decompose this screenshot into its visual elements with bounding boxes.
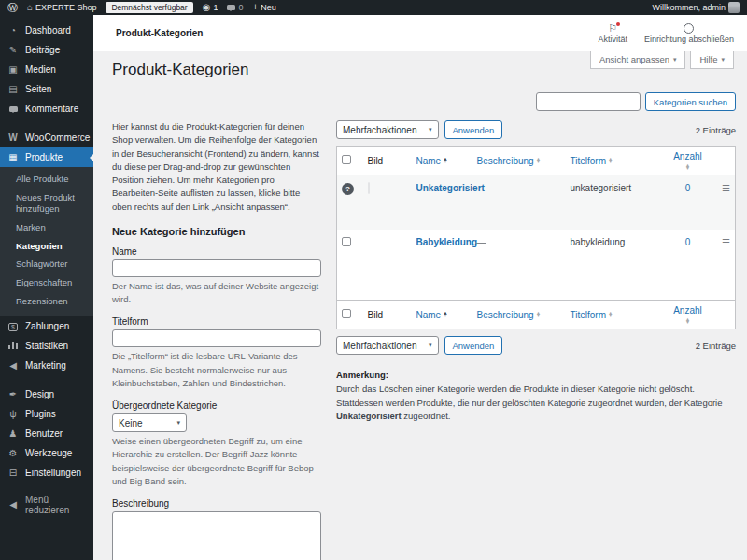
- woocommerce-icon: W: [7, 133, 19, 143]
- bulk-actions-select[interactable]: Mehrfachaktionen ▾: [336, 120, 439, 139]
- coming-soon-badge[interactable]: Demnächst verfügbar: [106, 2, 192, 13]
- category-name-link[interactable]: Babykleidung: [416, 237, 478, 247]
- plug-icon: ψ: [7, 410, 19, 419]
- table-row-unkategorisiert: ? Unkategorisiert — unkategorisiert 0 ☰: [337, 175, 736, 230]
- payments-icon: $: [7, 322, 19, 331]
- search-categories-button[interactable]: Kategorien suchen: [645, 92, 736, 111]
- screen-options-tab[interactable]: Ansicht anpassen ▾: [590, 51, 686, 69]
- parent-category-select[interactable]: Keine ▾: [112, 413, 187, 432]
- sort-by-count[interactable]: Anzahl▲▼: [668, 305, 709, 324]
- submenu-neues-produkt[interactable]: Neues Produkt hinzufügen: [0, 189, 93, 218]
- sidebar-label: Beiträge: [25, 45, 60, 55]
- sidebar-item-seiten[interactable]: ▤ Seiten: [0, 79, 93, 99]
- categories-table: Bild Name▲▼ Beschreibung▲▼ Titelform▲▼ A…: [336, 146, 736, 329]
- intro-text: Hier kannst du die Produkt-Kategorien fü…: [112, 120, 321, 214]
- apply-button[interactable]: Anwenden: [444, 336, 503, 355]
- search-input[interactable]: [536, 92, 641, 111]
- parent-category-label: Übergeordnete Kategorie: [112, 400, 321, 411]
- submenu-eigenschaften[interactable]: Eigenschaften: [0, 273, 93, 292]
- collapse-arrow-icon: ◀: [7, 500, 19, 510]
- sidebar-item-produkte[interactable]: ▦ Produkte: [0, 147, 93, 167]
- sidebar-item-statistiken[interactable]: Statistiken: [0, 336, 93, 356]
- comments-icon: [7, 105, 19, 114]
- welcome-label: Willkommen, admin: [652, 3, 726, 12]
- activity-button[interactable]: ⚐ Aktivität: [598, 23, 627, 44]
- submenu-alle-produkte[interactable]: Alle Produkte: [0, 170, 93, 189]
- finish-setup-button[interactable]: Einrichtung abschließen: [644, 23, 734, 44]
- sidebar-item-werkzeuge[interactable]: ⚙ Werkzeuge: [0, 443, 93, 463]
- table-row-babykleidung: Babykleidung — babykleidung 0 ☰: [337, 230, 736, 301]
- chart-bars-icon: [7, 342, 19, 351]
- chevron-down-icon: ▾: [721, 56, 725, 63]
- entries-count: 2 Einträge: [696, 125, 736, 135]
- sidebar-item-plugins[interactable]: ψ Plugins: [0, 404, 93, 424]
- sidebar-item-design[interactable]: ✒ Design: [0, 385, 93, 404]
- sort-arrows-icon: ▲▼: [536, 312, 541, 317]
- drag-handle-icon[interactable]: ☰: [713, 175, 736, 230]
- chevron-down-icon: ▾: [673, 56, 677, 63]
- apply-button[interactable]: Anwenden: [444, 120, 503, 139]
- sort-by-slug[interactable]: Titelform▲▼: [571, 156, 613, 166]
- slug-help: Die „Titelform“ ist die lesbare URL-Vari…: [112, 350, 321, 390]
- category-name-link[interactable]: Unkategorisiert: [416, 183, 485, 193]
- categories-list: Mehrfachaktionen ▾ Anwenden 2 Einträge: [336, 120, 736, 424]
- view-count: 1: [213, 3, 218, 12]
- wordpress-logo-icon: Ⓦ: [7, 3, 18, 13]
- home-icon: ⌂: [27, 3, 33, 12]
- category-count-link[interactable]: 0: [685, 183, 691, 193]
- sidebar-item-medien[interactable]: ▣ Medien: [0, 60, 93, 79]
- drag-handle-icon[interactable]: ☰: [713, 230, 736, 301]
- notification-dot: [616, 22, 620, 26]
- sort-by-name[interactable]: Name▲▼: [416, 310, 448, 320]
- note-heading: Anmerkung:: [336, 369, 736, 383]
- views-link[interactable]: ◉ 1: [203, 3, 218, 12]
- sidebar-item-marketing[interactable]: ◀ Marketing: [0, 356, 93, 375]
- add-category-form: Hier kannst du die Produkt-Kategorien fü…: [112, 120, 321, 560]
- sort-by-description[interactable]: Beschreibung▲▼: [477, 156, 542, 166]
- sort-by-name[interactable]: Name▲▼: [416, 156, 448, 166]
- slug-field[interactable]: [112, 329, 321, 347]
- pin-icon: ✎: [7, 46, 19, 55]
- new-content-link[interactable]: + Neu: [252, 3, 275, 12]
- sidebar-label: WooCommerce: [25, 133, 90, 143]
- sidebar-label: Zahlungen: [25, 321, 69, 331]
- sidebar-item-woocommerce[interactable]: W WooCommerce: [0, 128, 93, 147]
- select-all-checkbox[interactable]: [342, 155, 351, 164]
- submenu-schlagwoerter[interactable]: Schlagwörter: [0, 255, 93, 273]
- activity-label: Aktivität: [598, 35, 627, 44]
- sidebar-label: Dashboard: [25, 25, 71, 35]
- chevron-down-icon: ▾: [429, 126, 432, 133]
- sidebar-label: Seiten: [25, 84, 51, 94]
- sidebar-item-kommentare[interactable]: Kommentare: [0, 99, 93, 119]
- sidebar-label: Statistiken: [25, 341, 68, 351]
- bulk-actions-select[interactable]: Mehrfachaktionen ▾: [336, 336, 439, 355]
- wordpress-menu[interactable]: Ⓦ: [7, 3, 18, 13]
- plus-icon: +: [252, 3, 258, 12]
- category-count-link[interactable]: 0: [685, 237, 691, 247]
- select-all-checkbox[interactable]: [342, 309, 351, 318]
- sort-by-count[interactable]: Anzahl▲▼: [668, 151, 709, 170]
- sort-by-slug[interactable]: Titelform▲▼: [571, 310, 613, 320]
- sidebar-label: Produkte: [25, 152, 63, 162]
- submenu-rezensionen[interactable]: Rezensionen: [0, 292, 93, 311]
- sidebar-item-zahlungen[interactable]: $ Zahlungen: [0, 316, 93, 336]
- sidebar-item-dashboard[interactable]: ◔ Dashboard: [0, 21, 93, 40]
- name-field[interactable]: [112, 259, 321, 277]
- sidebar-item-einstellungen[interactable]: ⊟ Einstellungen: [0, 463, 93, 483]
- collapse-menu-button[interactable]: ◀ Menü reduzieren: [0, 490, 93, 520]
- sidebar-item-benutzer[interactable]: ♟ Benutzer: [0, 424, 93, 443]
- sort-by-description[interactable]: Beschreibung▲▼: [477, 310, 542, 320]
- admin-bar: Ⓦ ⌂ EXPERTE Shop Demnächst verfügbar ◉ 1…: [0, 0, 747, 15]
- account-menu[interactable]: Willkommen, admin: [652, 2, 740, 13]
- slug-label: Titelform: [112, 316, 321, 327]
- submenu-marken[interactable]: Marken: [0, 218, 93, 237]
- wordpress-admin-screen: Ⓦ ⌂ EXPERTE Shop Demnächst verfügbar ◉ 1…: [0, 0, 747, 560]
- help-tab[interactable]: Hilfe ▾: [690, 51, 734, 69]
- description-field[interactable]: [112, 511, 321, 560]
- sidebar-label: Benutzer: [25, 428, 63, 439]
- submenu-kategorien[interactable]: Kategorien: [0, 237, 93, 256]
- comments-link[interactable]: 0: [227, 3, 243, 12]
- row-checkbox[interactable]: [342, 237, 351, 246]
- site-name-link[interactable]: ⌂ EXPERTE Shop: [27, 3, 96, 12]
- sidebar-item-beitraege[interactable]: ✎ Beiträge: [0, 40, 93, 60]
